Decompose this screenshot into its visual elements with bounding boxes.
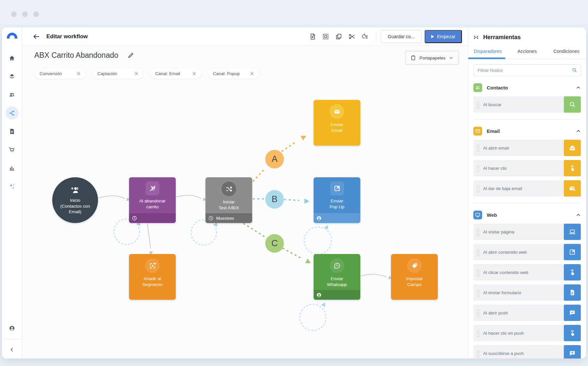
branch-a[interactable]: A	[265, 150, 284, 168]
node-footer-label: Muestreo	[216, 216, 234, 221]
node-enviar-popup[interactable]: Enviar Pop Up	[314, 177, 360, 223]
sidebar-item-contacts[interactable]	[6, 88, 19, 101]
tag-icon	[407, 258, 422, 273]
branch-c[interactable]: C	[265, 234, 284, 253]
workflow-canvas[interactable]: ABX Carrito Abandonado Conversión Captac…	[22, 46, 468, 358]
click-icon	[564, 160, 581, 176]
account-icon	[8, 325, 15, 332]
copy-icon	[335, 33, 342, 40]
trigger-al-abrir-push[interactable]: Al abrir push	[473, 305, 581, 321]
push-open-icon	[564, 305, 581, 321]
window-dot-3[interactable]	[33, 11, 39, 17]
drag-handle-icon[interactable]	[476, 269, 480, 276]
drag-handle-icon[interactable]	[476, 329, 480, 337]
edit-name-button[interactable]	[127, 52, 134, 59]
node-label: Enviar Whatsapp	[314, 276, 360, 287]
back-button[interactable]	[31, 31, 42, 42]
trigger-al-abrir-email[interactable]: Al abrir email	[473, 140, 581, 156]
panel-title: Herramientas	[483, 34, 521, 41]
tab-disparadores[interactable]: Disparadores	[468, 45, 507, 59]
drag-handle-icon[interactable]	[476, 228, 480, 236]
history-button[interactable]	[358, 30, 371, 43]
trigger-al-visitar-pagina[interactable]: Al visitar página	[473, 224, 581, 240]
sidebar-collapse-button[interactable]	[6, 343, 19, 356]
drag-handle-icon[interactable]	[476, 309, 480, 317]
node-label: Al abandonar carrito	[129, 198, 176, 210]
node-anadir-al-segmento[interactable]: Añadir al Segmento	[129, 254, 176, 300]
app-window: Editar workflow Guardar co... Empezar	[2, 27, 586, 358]
node-enviar-email[interactable]: Enviar Email	[314, 100, 360, 146]
tab-acciones[interactable]: Acciones	[507, 45, 547, 59]
envelope-unsubscribe-icon	[564, 180, 581, 197]
bar-chart-icon	[8, 165, 15, 171]
tag-captacion: Captación	[92, 68, 144, 79]
node-footer: Muestreo	[205, 213, 252, 223]
tab-condiciones[interactable]: Condiciones	[547, 45, 586, 59]
section-header-email[interactable]: Email	[473, 127, 581, 135]
sidebar-item-ai[interactable]	[6, 180, 19, 193]
trigger-al-hacer-clic[interactable]: Al hacer clic	[473, 160, 581, 176]
sidebar-item-home[interactable]	[6, 52, 19, 65]
node-enviar-whatsapp[interactable]: Enviar Whatsapp	[314, 254, 360, 300]
node-label: Iniciar Test A/B/X	[205, 199, 252, 211]
trigger-al-buscar[interactable]: Al buscar	[473, 96, 581, 113]
chevron-up-icon	[576, 85, 581, 90]
start-workflow-button[interactable]: Empezar	[425, 30, 462, 43]
popup-icon	[330, 182, 344, 195]
node-inicio[interactable]: Inicio (Contactos con Email)	[52, 177, 98, 223]
tag-list: Conversión Captación Canal: Email Canal:…	[34, 68, 259, 79]
section-header-contacto[interactable]: Contacto	[473, 83, 581, 92]
clipboard-dropdown[interactable]: Portapapeles	[405, 51, 459, 65]
save-copy-button[interactable]: Guardar co...	[381, 30, 421, 43]
remove-tag-button[interactable]	[134, 72, 139, 76]
trigger-al-hacer-clic-en-push[interactable]: Al hacer clic en push	[473, 325, 581, 341]
push-subscribe-icon	[564, 345, 581, 358]
chevron-left-icon	[8, 346, 15, 353]
drag-handle-icon[interactable]	[476, 289, 480, 296]
remove-tag-button[interactable]	[250, 72, 254, 76]
sidebar-item-store[interactable]	[6, 143, 19, 156]
sidebar-item-documents[interactable]	[6, 125, 19, 138]
panel-collapse-button[interactable]	[473, 35, 479, 40]
trigger-al-dar-de-baja-email[interactable]: Al dar de baja email	[473, 180, 581, 197]
file-plus-icon	[309, 33, 316, 40]
click-icon	[564, 264, 581, 280]
close-icon	[250, 72, 254, 76]
search-icon	[572, 67, 577, 74]
select-area-button[interactable]	[319, 30, 332, 43]
duplicate-button[interactable]	[332, 30, 345, 43]
desktop: { "colors": { "accent_blue": "#4a90d9", …	[0, 0, 588, 366]
trigger-al-enviar-formulario[interactable]: Al enviar formulario	[473, 284, 581, 301]
trigger-al-suscribirse-a-push[interactable]: Al suscribirse a push	[473, 345, 581, 358]
node-label: Inicio (Contactos con Email)	[60, 198, 90, 215]
node-footer	[314, 290, 360, 300]
sidebar-item-layers[interactable]	[6, 70, 19, 83]
remove-tag-button[interactable]	[76, 72, 81, 76]
section-header-web[interactable]: Web	[473, 211, 581, 219]
sidebar-item-stats[interactable]	[6, 161, 19, 174]
person-plus-icon	[70, 185, 80, 195]
cut-button[interactable]	[345, 30, 358, 43]
sidebar-item-account[interactable]	[6, 322, 19, 335]
remove-tag-button[interactable]	[192, 72, 196, 76]
drag-handle-icon[interactable]	[476, 144, 480, 152]
drag-handle-icon[interactable]	[476, 165, 480, 172]
select-area-icon	[322, 33, 329, 40]
branch-b[interactable]: B	[265, 190, 284, 209]
drag-handle-icon[interactable]	[476, 248, 480, 256]
trigger-al-clicar-contenido-web[interactable]: Al clicar contenido web	[473, 264, 581, 280]
node-iniciar-test-abx[interactable]: Iniciar Test A/B/X Muestreo	[205, 177, 252, 223]
drag-handle-icon[interactable]	[476, 350, 480, 357]
drag-handle-icon[interactable]	[476, 185, 480, 192]
window-dot-2[interactable]	[22, 11, 28, 17]
sidebar-item-workflows[interactable]	[6, 106, 19, 119]
sparkles-icon	[8, 183, 15, 190]
trigger-al-abrir-contenido-web[interactable]: Al abrir contenido web	[473, 244, 581, 260]
play-icon	[431, 35, 434, 38]
node-impostar-campo[interactable]: Impostar Campo	[391, 254, 438, 300]
new-node-button[interactable]	[306, 30, 319, 43]
node-al-abandonar-carrito[interactable]: Al abandonar carrito	[129, 177, 176, 223]
filter-nodes-input[interactable]	[473, 64, 581, 76]
window-dot-1[interactable]	[11, 11, 17, 17]
drag-handle-icon[interactable]	[476, 101, 480, 108]
